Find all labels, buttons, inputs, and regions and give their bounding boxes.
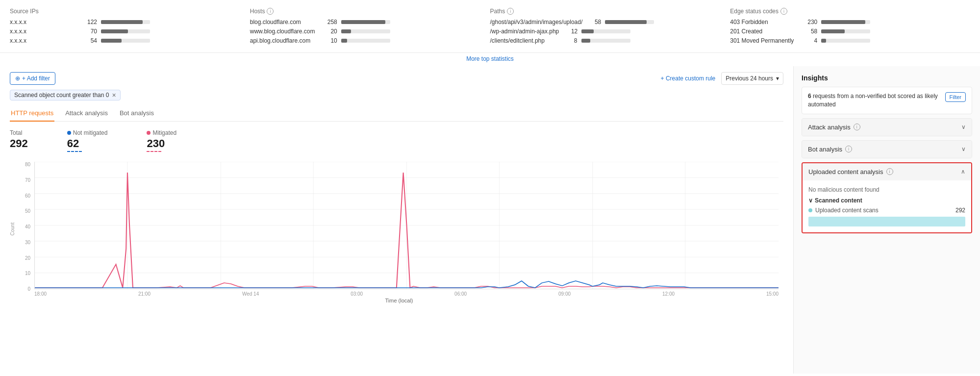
host-count-3: 10 — [323, 37, 337, 44]
attack-analysis-chevron-icon: ∨ — [961, 124, 966, 130]
toolbar: ⊕ + Add filter + Create custom rule Prev… — [10, 72, 783, 85]
path-bar-1 — [605, 20, 654, 24]
main-area: ⊕ + Add filter + Create custom rule Prev… — [0, 66, 980, 374]
metric-mitigated: Mitigated 230 — [147, 129, 176, 152]
y-label-10: 10 — [25, 271, 30, 276]
metric-total-value: 292 — [10, 137, 28, 150]
host-row-2: www.blog.cloudflare.com 20 — [250, 28, 480, 35]
host-count-1: 258 — [323, 19, 337, 25]
tab-http-requests[interactable]: HTTP requests — [10, 105, 54, 122]
add-filter-button[interactable]: ⊕ + Add filter — [10, 72, 55, 85]
more-top-statistics-link[interactable]: More top statistics — [466, 53, 514, 66]
no-malicious-text: No malicious content found — [808, 186, 965, 193]
metric-not-mitigated: Not mitigated 62 — [67, 129, 108, 152]
uploaded-content-chevron-icon: ∧ — [961, 168, 965, 175]
x-axis-title: Time (local) — [15, 298, 783, 303]
scanned-content-title: ∨ Scanned content — [808, 197, 965, 204]
path-row-1: /ghost/api/v3/admin/images/upload/ 58 — [490, 19, 721, 25]
uploaded-content-analysis-header[interactable]: Uploaded content analysis i ∧ — [803, 163, 971, 180]
host-count-2: 20 — [323, 28, 337, 35]
metrics-row: Total 292 Not mitigated 62 Mitigated 230 — [10, 129, 783, 152]
metric-total: Total 292 — [10, 129, 28, 152]
bot-analysis-title: Bot analysis i — [808, 146, 852, 153]
edge-status-count-1: 230 — [803, 19, 817, 25]
insight-card: 6 requests from a non-verified bot score… — [802, 87, 972, 114]
nav-tabs: HTTP requests Attack analysis Bot analys… — [10, 105, 783, 122]
hosts-group: Hosts i blog.cloudflare.com 258 www.blog… — [250, 8, 490, 47]
scanned-dot-icon — [808, 208, 812, 212]
path-count-1: 58 — [586, 19, 601, 25]
source-ip-label-2: x.x.x.x — [10, 28, 78, 35]
chart-svg-area — [34, 162, 779, 289]
y-axis-count-label: Count — [10, 222, 15, 235]
edge-status-bar-2 — [821, 29, 870, 33]
source-ips-title: Source IPs — [10, 8, 240, 15]
plus-icon: ⊕ — [15, 75, 20, 82]
path-label-2: /wp-admin/admin-ajax.php — [490, 28, 559, 35]
source-ips-label: Source IPs — [10, 8, 39, 15]
chevron-down-icon: ▾ — [776, 75, 779, 82]
edge-status-count-2: 58 — [803, 28, 817, 35]
x-axis-labels: 18:00 21:00 Wed 14 03:00 06:00 09:00 12:… — [34, 291, 779, 297]
tab-attack-analysis-label: Attack analysis — [65, 109, 108, 117]
edge-status-label-3: 301 Moved Permanently — [730, 37, 799, 44]
bot-analysis-info-icon: i — [845, 146, 852, 152]
top-stats-bar: Source IPs x.x.x.x 122 x.x.x.x 70 x.x.x.… — [0, 0, 980, 66]
path-bar-2 — [581, 29, 630, 33]
bot-analysis-chevron-icon: ∨ — [961, 146, 966, 152]
line-chart — [35, 162, 779, 289]
uploaded-content-analysis-section: Uploaded content analysis i ∧ No malicio… — [802, 162, 972, 233]
path-label-3: /clients/editclient.php — [490, 37, 559, 44]
tab-bot-analysis[interactable]: Bot analysis — [119, 105, 155, 122]
mitigated-dashed-line — [147, 151, 161, 152]
edge-status-row-2: 201 Created 58 — [730, 28, 960, 35]
bot-analysis-title-text: Bot analysis — [808, 146, 842, 153]
tab-attack-analysis[interactable]: Attack analysis — [64, 105, 109, 122]
host-row-1: blog.cloudflare.com 258 — [250, 19, 480, 25]
chevron-down-icon: ∨ — [808, 197, 813, 204]
uploaded-content-scans-label: Uploaded content scans — [815, 207, 879, 214]
filter-tag-close-button[interactable]: × — [112, 92, 116, 99]
uploaded-content-analysis-title: Uploaded content analysis i — [808, 168, 893, 175]
left-panel: ⊕ + Add filter + Create custom rule Prev… — [0, 66, 794, 374]
edge-status-row-1: 403 Forbidden 230 — [730, 19, 960, 25]
source-ips-group: Source IPs x.x.x.x 122 x.x.x.x 70 x.x.x.… — [10, 8, 250, 47]
time-range-label: Previous 24 hours — [726, 75, 773, 82]
source-ip-label-1: x.x.x.x — [10, 19, 78, 25]
edge-status-label: Edge status codes — [730, 8, 779, 15]
create-rule-label: + Create custom rule — [661, 75, 716, 82]
host-row-3: api.blog.cloudflare.com 10 — [250, 37, 480, 44]
attack-analysis-accordion-header[interactable]: Attack analysis i ∨ — [802, 119, 972, 136]
uploaded-content-scans-count: 292 — [955, 207, 965, 214]
edge-status-row-3: 301 Moved Permanently 4 — [730, 37, 960, 44]
create-custom-rule-button[interactable]: + Create custom rule — [661, 75, 716, 82]
metric-total-label: Total — [10, 129, 28, 136]
y-label-0: 0 — [27, 286, 30, 292]
not-mitigated-dashed-line — [67, 151, 82, 152]
x-label-1200: 12:00 — [662, 291, 675, 297]
y-label-40: 40 — [25, 224, 30, 229]
x-label-0900: 09:00 — [558, 291, 571, 297]
path-count-2: 12 — [563, 28, 578, 35]
source-ip-bar-3 — [101, 39, 150, 43]
edge-status-info-icon: i — [780, 8, 787, 15]
path-bar-3 — [581, 39, 630, 43]
host-label-2: www.blog.cloudflare.com — [250, 28, 319, 35]
chart-container: 80 70 60 50 40 30 20 10 0 Count — [15, 162, 783, 303]
path-row-3: /clients/editclient.php 8 — [490, 37, 721, 44]
metric-mitigated-value: 230 — [147, 137, 176, 150]
hosts-info-icon: i — [267, 8, 274, 15]
bot-analysis-accordion-header[interactable]: Bot analysis i ∨ — [802, 141, 972, 158]
edge-status-bar-1 — [821, 20, 870, 24]
time-range-selector[interactable]: Previous 24 hours ▾ — [721, 72, 783, 85]
source-ip-row-2: x.x.x.x 70 — [10, 28, 240, 35]
x-label-2100: 21:00 — [138, 291, 151, 297]
filter-tag-text: Scanned object count greater than 0 — [14, 92, 109, 99]
x-label-wed14: Wed 14 — [242, 291, 259, 297]
insight-filter-button[interactable]: Filter — [945, 92, 966, 102]
source-ip-count-2: 70 — [82, 28, 97, 35]
metric-mitigated-label: Mitigated — [147, 129, 176, 136]
edge-status-label-1: 403 Forbidden — [730, 19, 799, 25]
uploaded-content-analysis-body: No malicious content found ∨ Scanned con… — [803, 180, 971, 232]
paths-title: Paths i — [490, 8, 721, 15]
